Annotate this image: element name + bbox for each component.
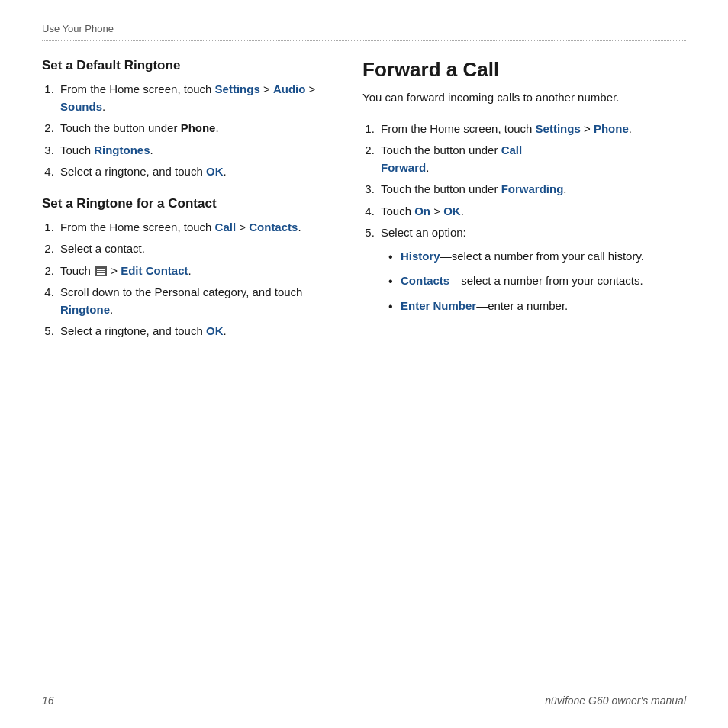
footer-manual-title: nüvifone G60 owner's manual xyxy=(545,694,686,707)
page: Use Your Phone Set a Default Ringtone Fr… xyxy=(0,0,728,728)
phone-link: Phone xyxy=(594,122,629,135)
header-text: Use Your Phone xyxy=(42,23,114,34)
list-item: From the Home screen, touch Settings > A… xyxy=(57,81,332,115)
list-item: From the Home screen, touch Settings > P… xyxy=(378,121,686,138)
list-item: History—select a number from your call h… xyxy=(388,248,686,266)
list-item: Touch the button under Phone. xyxy=(57,120,332,137)
call-forward-link: CallForward xyxy=(381,143,522,174)
list-item: Touch On > OK. xyxy=(378,203,686,221)
list-item: Select a ringtone, and touch OK. xyxy=(57,163,332,181)
contact-ringtone-steps: From the Home screen, touch Call > Conta… xyxy=(42,219,332,340)
call-link: Call xyxy=(215,221,237,234)
list-item: From the Home screen, touch Call > Conta… xyxy=(57,219,332,237)
options-list: History—select a number from your call h… xyxy=(381,248,686,315)
sounds-link: Sounds xyxy=(60,100,102,113)
settings-link2: Settings xyxy=(536,122,581,135)
enter-number-link: Enter Number xyxy=(401,299,476,312)
history-link: History xyxy=(401,250,440,263)
settings-link: Settings xyxy=(215,82,260,95)
footer-page-number: 16 xyxy=(42,694,54,707)
forward-call-title: Forward a Call xyxy=(362,58,686,82)
header-bar: Use Your Phone xyxy=(42,23,686,41)
list-item: Touch Ringtones. xyxy=(57,142,332,159)
list-item: Select an option: History—select a numbe… xyxy=(378,224,686,314)
ringtones-link: Ringtones xyxy=(94,143,150,156)
section-default-ringtone: Set a Default Ringtone From the Home scr… xyxy=(42,58,332,181)
list-item: Touch the button under CallForward. xyxy=(378,142,686,176)
contacts-link2: Contacts xyxy=(401,274,449,287)
ok-link2: OK xyxy=(206,324,224,337)
list-item: Select a contact. xyxy=(57,240,332,258)
list-item: Touch the button under Forwarding. xyxy=(378,181,686,198)
phone-bold: Phone xyxy=(181,121,216,134)
audio-link: Audio xyxy=(273,82,306,95)
list-item: 2. Touch > Edit Contact. xyxy=(42,263,332,280)
list-item: Contacts—select a number from your conta… xyxy=(388,272,686,290)
on-link: On xyxy=(414,205,430,217)
ok-link: OK xyxy=(206,165,224,178)
list-item: Scroll down to the Personal category, an… xyxy=(57,284,332,318)
section-contact-ringtone: Set a Ringtone for a Contact From the Ho… xyxy=(42,196,332,340)
section-default-ringtone-title: Set a Default Ringtone xyxy=(42,58,332,73)
right-column: Forward a Call You can forward incoming … xyxy=(362,58,686,354)
default-ringtone-steps: From the Home screen, touch Settings > A… xyxy=(42,81,332,181)
ringtone-link: Ringtone xyxy=(60,303,110,316)
forward-call-intro: You can forward incoming calls to anothe… xyxy=(362,89,686,107)
forwarding-link: Forwarding xyxy=(501,182,564,195)
left-column: Set a Default Ringtone From the Home scr… xyxy=(42,58,332,354)
list-item: Select a ringtone, and touch OK. xyxy=(57,323,332,340)
content-area: Set a Default Ringtone From the Home scr… xyxy=(42,58,686,354)
contacts-link: Contacts xyxy=(249,221,298,234)
menu-icon xyxy=(95,266,107,276)
section-contact-ringtone-title: Set a Ringtone for a Contact xyxy=(42,196,332,211)
list-item: Enter Number—enter a number. xyxy=(388,298,686,315)
forward-call-steps: From the Home screen, touch Settings > P… xyxy=(362,121,686,315)
footer: 16 nüvifone G60 owner's manual xyxy=(42,694,686,707)
ok-link3: OK xyxy=(443,205,461,217)
edit-contact-link: Edit Contact xyxy=(121,264,188,277)
